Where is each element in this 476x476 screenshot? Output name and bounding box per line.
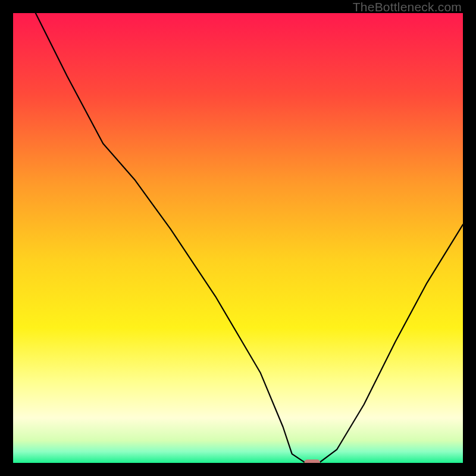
chart-frame [13, 13, 463, 463]
optimal-marker [305, 459, 321, 463]
watermark-label: TheBottleneck.com [353, 0, 462, 14]
bottleneck-chart [13, 13, 463, 463]
chart-background [13, 13, 463, 463]
